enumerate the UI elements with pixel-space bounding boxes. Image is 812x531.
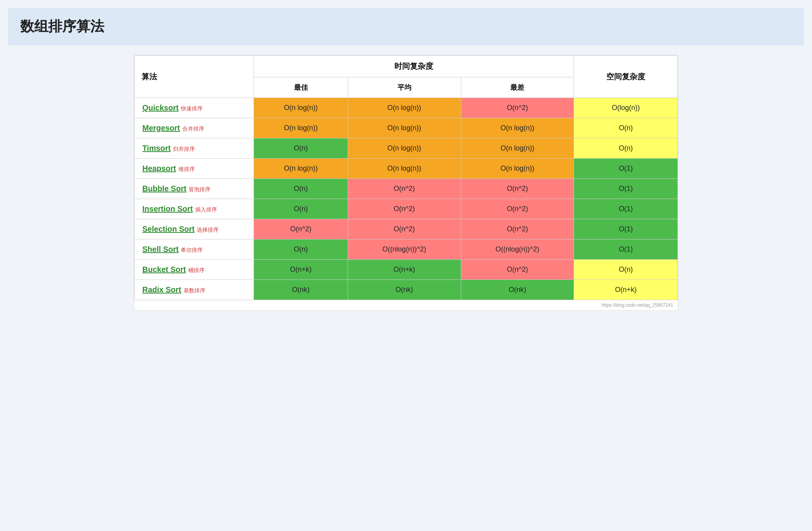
table-row: Shell Sort希尔排序O(n)O((nlog(n))^2)O((nlog(…	[135, 239, 678, 260]
url-note: https://blog.csdn.net/qq_25867241	[134, 300, 678, 310]
algo-zh: 合并排序	[182, 126, 204, 132]
algo-zh: 冒泡排序	[189, 186, 210, 192]
algo-zh: 基数排序	[184, 287, 205, 293]
worst-complexity: O(n^2)	[461, 179, 574, 199]
space-complexity: O(1)	[574, 219, 678, 239]
algo-link[interactable]: Timsort	[142, 144, 171, 152]
best-complexity: O(n^2)	[254, 219, 348, 239]
average-complexity: O(n log(n))	[348, 98, 461, 118]
average-complexity: O(nk)	[348, 280, 461, 300]
page-title: 数组排序算法	[20, 17, 792, 36]
space-complexity: O(n)	[574, 260, 678, 280]
algo-cell: Insertion Sort插入排序	[135, 199, 254, 219]
table-wrapper: 算法 时间复杂度 空间复杂度 最佳 平均 最差 Quicksort快速排序O(n…	[134, 55, 678, 311]
page-header: 数组排序算法	[8, 8, 804, 45]
space-complexity: O(1)	[574, 239, 678, 260]
algo-zh: 希尔排序	[181, 247, 203, 253]
algo-zh: 堆排序	[178, 166, 195, 172]
worst-complexity: O(n log(n))	[461, 159, 574, 179]
best-complexity: O(n log(n))	[254, 118, 348, 138]
best-complexity: O(nk)	[254, 280, 348, 300]
table-row: Insertion Sort插入排序O(n)O(n^2)O(n^2)O(1)	[135, 199, 678, 219]
best-complexity: O(n+k)	[254, 260, 348, 280]
algo-cell: Shell Sort希尔排序	[135, 239, 254, 260]
algo-link[interactable]: Radix Sort	[142, 285, 181, 294]
average-complexity: O(n^2)	[348, 199, 461, 219]
space-complexity: O(n)	[574, 138, 678, 159]
space-complexity: O(1)	[574, 179, 678, 199]
worst-complexity: O(n log(n))	[461, 138, 574, 159]
space-complexity: O(n)	[574, 118, 678, 138]
average-complexity: O(n log(n))	[348, 138, 461, 159]
algo-zh: 桶排序	[188, 267, 205, 273]
algo-link[interactable]: Heapsort	[142, 164, 176, 173]
algo-link[interactable]: Insertion Sort	[142, 204, 193, 213]
average-complexity: O((nlog(n))^2)	[348, 239, 461, 260]
worst-complexity: O(n^2)	[461, 98, 574, 118]
algo-cell: Radix Sort基数排序	[135, 280, 254, 300]
table-row: Heapsort堆排序O(n log(n))O(n log(n))O(n log…	[135, 159, 678, 179]
average-complexity: O(n^2)	[348, 179, 461, 199]
average-complexity: O(n log(n))	[348, 159, 461, 179]
table-row: Timsort归并排序O(n)O(n log(n))O(n log(n))O(n…	[135, 138, 678, 159]
worst-complexity: O(n^2)	[461, 219, 574, 239]
table-row: Mergesort合并排序O(n log(n))O(n log(n))O(n l…	[135, 118, 678, 138]
space-complexity: O(n+k)	[574, 280, 678, 300]
sort-table: 算法 时间复杂度 空间复杂度 最佳 平均 最差 Quicksort快速排序O(n…	[134, 55, 678, 300]
space-complexity: O(1)	[574, 199, 678, 219]
header-algo: 算法	[135, 56, 254, 98]
algo-cell: Mergesort合并排序	[135, 118, 254, 138]
average-complexity: O(n^2)	[348, 219, 461, 239]
worst-complexity: O(nk)	[461, 280, 574, 300]
algo-cell: Timsort归并排序	[135, 138, 254, 159]
best-complexity: O(n)	[254, 138, 348, 159]
best-complexity: O(n)	[254, 199, 348, 219]
algo-link[interactable]: Mergesort	[142, 124, 180, 132]
algo-zh: 选择排序	[197, 227, 219, 233]
algo-zh: 插入排序	[195, 206, 217, 213]
worst-complexity: O((nlog(n))^2)	[461, 239, 574, 260]
algo-cell: Bucket Sort桶排序	[135, 260, 254, 280]
best-complexity: O(n log(n))	[254, 159, 348, 179]
subheader-worst: 最差	[461, 77, 574, 98]
average-complexity: O(n+k)	[348, 260, 461, 280]
algo-zh: 归并排序	[173, 146, 195, 152]
table-row: Quicksort快速排序O(n log(n))O(n log(n))O(n^2…	[135, 98, 678, 118]
algo-link[interactable]: Bubble Sort	[142, 184, 186, 193]
header-space: 空间复杂度	[574, 56, 678, 98]
algo-zh: 快速排序	[181, 105, 203, 112]
table-row: Selection Sort选择排序O(n^2)O(n^2)O(n^2)O(1)	[135, 219, 678, 239]
best-complexity: O(n log(n))	[254, 98, 348, 118]
algo-cell: Bubble Sort冒泡排序	[135, 179, 254, 199]
algo-cell: Selection Sort选择排序	[135, 219, 254, 239]
space-complexity: O(1)	[574, 159, 678, 179]
table-row: Bubble Sort冒泡排序O(n)O(n^2)O(n^2)O(1)	[135, 179, 678, 199]
average-complexity: O(n log(n))	[348, 118, 461, 138]
algo-cell: Heapsort堆排序	[135, 159, 254, 179]
main-header-row: 算法 时间复杂度 空间复杂度	[135, 56, 678, 77]
algo-cell: Quicksort快速排序	[135, 98, 254, 118]
table-row: Bucket Sort桶排序O(n+k)O(n+k)O(n^2)O(n)	[135, 260, 678, 280]
best-complexity: O(n)	[254, 239, 348, 260]
worst-complexity: O(n^2)	[461, 199, 574, 219]
best-complexity: O(n)	[254, 179, 348, 199]
header-time: 时间复杂度	[254, 56, 574, 77]
algo-link[interactable]: Shell Sort	[142, 245, 178, 253]
subheader-best: 最佳	[254, 77, 348, 98]
subheader-average: 平均	[348, 77, 461, 98]
algo-link[interactable]: Quicksort	[142, 103, 178, 112]
worst-complexity: O(n^2)	[461, 260, 574, 280]
space-complexity: O(log(n))	[574, 98, 678, 118]
worst-complexity: O(n log(n))	[461, 118, 574, 138]
algo-link[interactable]: Bucket Sort	[142, 265, 186, 274]
table-row: Radix Sort基数排序O(nk)O(nk)O(nk)O(n+k)	[135, 280, 678, 300]
algo-link[interactable]: Selection Sort	[142, 225, 194, 233]
